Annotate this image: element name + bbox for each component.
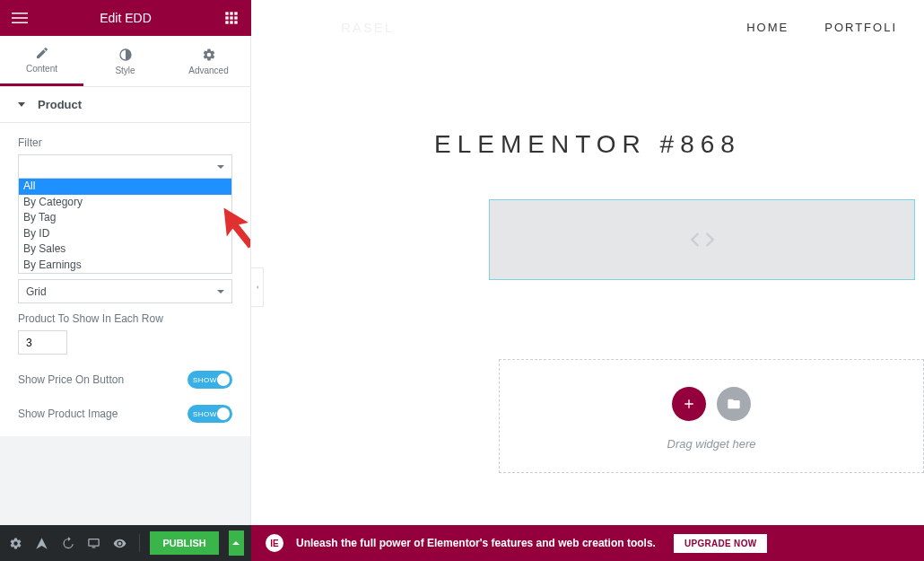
svg-rect-11 <box>234 21 237 23</box>
elementor-badge-icon: IE <box>266 534 283 552</box>
rows-input[interactable] <box>18 330 67 355</box>
preview-icon[interactable] <box>111 532 128 554</box>
site-nav: HOME PORTFOLI <box>746 21 897 34</box>
page-title: ELEMENTOR #868 <box>251 130 924 159</box>
drop-zone[interactable]: Drag widget here <box>499 359 924 473</box>
edd-widget[interactable] <box>489 199 915 280</box>
toggle-text: SHOW <box>193 410 217 418</box>
filter-dropdown: All By Category By Tag By ID By Sales By… <box>18 178 232 274</box>
svg-rect-10 <box>230 21 232 23</box>
settings-icon[interactable] <box>7 532 24 554</box>
svg-rect-7 <box>230 16 232 19</box>
tab-advanced[interactable]: Advanced <box>167 36 250 86</box>
upgrade-banner: IE Unleash the full power of Elementor's… <box>251 525 924 561</box>
panel-collapse[interactable] <box>251 267 264 307</box>
toggle-text: SHOW <box>193 376 217 384</box>
upgrade-button[interactable]: UPGRADE NOW <box>674 534 768 553</box>
panel-scroll: Product Filter All By Category By Tag By… <box>0 86 250 525</box>
svg-rect-13 <box>89 539 99 546</box>
svg-rect-1 <box>12 17 28 19</box>
filter-input[interactable] <box>18 154 232 179</box>
price-toggle-row: Show Price On Button SHOW <box>18 371 232 389</box>
layout-select[interactable]: Grid <box>18 279 232 303</box>
svg-rect-2 <box>12 22 28 24</box>
svg-rect-5 <box>234 12 237 14</box>
template-button[interactable] <box>717 387 751 421</box>
caret-down-icon <box>18 102 25 107</box>
preview-area: RASEL HOME PORTFOLI ELEMENTOR #868 Drag … <box>251 0 924 525</box>
editor-panel: Edit EDD Content Style Advanced <box>0 0 251 525</box>
image-toggle[interactable]: SHOW <box>187 405 232 423</box>
price-toggle[interactable]: SHOW <box>187 371 232 389</box>
chevron-down-icon <box>217 290 224 294</box>
filter-option-tag[interactable]: By Tag <box>19 210 231 226</box>
panel-header: Edit EDD <box>0 0 251 36</box>
menu-icon[interactable] <box>11 9 29 27</box>
filter-option-earnings[interactable]: By Earnings <box>19 258 231 274</box>
tab-advanced-label: Advanced <box>188 66 228 75</box>
panel-body: Content Style Advanced Product Filter <box>0 36 250 525</box>
filter-label: Filter <box>18 136 232 149</box>
panel-title: Edit EDD <box>100 11 152 25</box>
filter-select[interactable]: All By Category By Tag By ID By Sales By… <box>18 154 232 179</box>
svg-rect-0 <box>12 13 28 14</box>
canvas <box>251 199 924 280</box>
tab-style-label: Style <box>115 66 135 75</box>
layout-input[interactable]: Grid <box>18 279 232 303</box>
tab-content-label: Content <box>26 64 57 74</box>
svg-rect-6 <box>225 16 228 19</box>
responsive-icon[interactable] <box>85 532 102 554</box>
publish-options[interactable] <box>229 530 244 556</box>
filter-option-category[interactable]: By Category <box>19 195 231 211</box>
history-icon[interactable] <box>59 532 76 554</box>
panel-tabs: Content Style Advanced <box>0 36 250 86</box>
apps-icon[interactable] <box>222 9 240 27</box>
tab-style[interactable]: Style <box>83 36 167 86</box>
chevron-down-icon <box>217 165 224 169</box>
svg-rect-9 <box>225 21 228 23</box>
filter-option-all[interactable]: All <box>19 179 231 195</box>
product-controls: Filter All By Category By Tag By ID By S… <box>0 123 250 436</box>
site-header: RASEL HOME PORTFOLI <box>251 0 924 54</box>
caret-up-icon <box>232 541 240 545</box>
image-toggle-row: Show Product Image SHOW <box>18 405 232 423</box>
add-section-button[interactable] <box>672 387 706 421</box>
svg-rect-14 <box>92 547 95 548</box>
rows-label: Product To Show In Each Row <box>18 312 232 325</box>
navigator-icon[interactable] <box>33 532 50 554</box>
filter-option-sales[interactable]: By Sales <box>19 241 231 258</box>
nav-home[interactable]: HOME <box>746 21 789 34</box>
image-label: Show Product Image <box>18 408 118 420</box>
panel-footer: PUBLISH <box>0 525 251 561</box>
upgrade-text: Unleash the full power of Elementor's fe… <box>296 537 656 549</box>
section-product[interactable]: Product <box>0 86 250 123</box>
section-product-label: Product <box>38 98 82 111</box>
nav-portfolio[interactable]: PORTFOLI <box>824 21 897 34</box>
drop-text: Drag widget here <box>518 437 905 451</box>
svg-rect-3 <box>225 12 228 14</box>
filter-option-id[interactable]: By ID <box>19 226 231 242</box>
drop-buttons <box>518 387 905 421</box>
layout-value: Grid <box>26 285 47 298</box>
brand-logo: RASEL <box>341 20 394 35</box>
svg-rect-4 <box>230 12 232 14</box>
svg-rect-8 <box>234 16 237 19</box>
tab-content[interactable]: Content <box>0 36 83 86</box>
separator <box>139 534 140 552</box>
publish-button[interactable]: PUBLISH <box>150 531 218 555</box>
price-label: Show Price On Button <box>18 373 124 386</box>
